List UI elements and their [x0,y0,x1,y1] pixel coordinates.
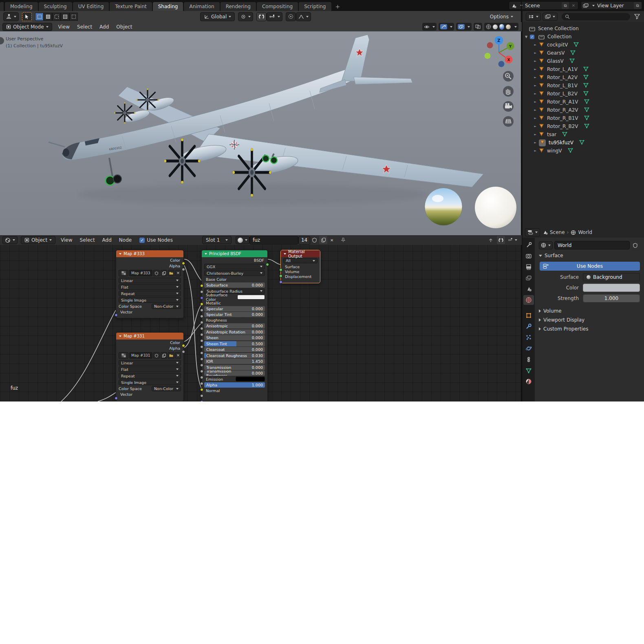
socket-bsdf-out[interactable] [266,263,269,266]
principled-row-transmission[interactable]: Transmission0.000 [204,365,265,370]
select-mode-box[interactable] [44,13,52,21]
socket-color-out[interactable] [182,344,185,347]
breadcrumb-scene[interactable]: Scene [550,229,565,235]
properties-tab-scene-icon[interactable] [523,284,534,294]
distribution-select[interactable]: GGX [204,264,265,269]
editor-type-dropdown[interactable] [2,236,18,244]
workspace-tab-modeling[interactable]: Modeling [5,2,38,11]
viewport-menu-add[interactable]: Add [96,22,112,31]
socket-surface-in[interactable] [279,268,282,271]
proportional-falloff-dropdown[interactable] [296,12,311,21]
socket-subsurface[interactable] [200,290,203,293]
socket-sheen-tint[interactable] [200,351,203,355]
principled-row-specular[interactable]: Specular0.000 [204,306,265,311]
select-mode-extend[interactable] [69,13,78,21]
workspace-tab-partial[interactable] [0,2,4,11]
material-user-count[interactable]: 14 [298,236,310,245]
workspace-tab-shading[interactable]: Shading [153,2,183,11]
scene-selector[interactable]: Scene ⧉ ✕ [509,1,578,10]
socket-color-out[interactable] [182,262,185,265]
viewport-menu-view[interactable]: View [55,22,73,31]
scene-name[interactable]: Scene [523,3,562,9]
material-browse-dropdown[interactable] [236,236,249,244]
unlink-material-icon[interactable]: ✕ [328,236,335,244]
breadcrumb-world[interactable]: World [578,229,592,235]
properties-tab-physics-icon[interactable] [523,344,534,353]
workspace-tab-uv-editing[interactable]: UV Editing [73,2,109,11]
node-map-333[interactable]: Map #333ColorAlphaMap #333✕LinearFlatRep… [116,250,184,318]
outliner-item-tsar[interactable]: ►tsar [523,130,567,139]
select-mode-lasso[interactable] [61,13,69,21]
editor-divider[interactable] [521,0,522,401]
properties-display-dropdown[interactable] [525,228,540,236]
socket-subsurface-radius[interactable] [200,296,203,300]
outliner-display-mode-dropdown[interactable] [526,13,541,21]
delete-scene-icon[interactable]: ✕ [570,2,577,9]
snap-toggle[interactable] [256,12,267,21]
strength-slider[interactable]: 1.000 [583,294,640,302]
properties-tab-object-icon[interactable] [523,311,534,320]
source-select[interactable]: Single Image [119,297,181,303]
parent-node-tree-icon[interactable] [487,236,495,244]
principled-row-subsurface-color[interactable]: Subsurface Color [204,295,265,300]
xray-toggle[interactable] [474,23,482,31]
outliner-item-tu95kfuzv[interactable]: ►tu95kfuzV [523,139,584,147]
outliner-item-rotor_l_a1v[interactable]: ►Rotor_L_A1V [523,65,589,73]
outliner[interactable]: Scene Collection▼✓Collection►cockpitV►Ge… [522,22,644,227]
properties-tab-data-icon[interactable] [523,366,534,375]
socket-alpha-out[interactable] [182,268,185,271]
shading-solid-button[interactable] [493,24,498,29]
outliner-item-glassv[interactable]: ►GlassV [523,57,575,65]
socket-alpha-out[interactable] [182,350,185,353]
projection-select[interactable]: Flat [119,284,181,290]
world-browse-dropdown[interactable] [539,241,553,249]
view-layer-selector[interactable]: View Layer ⧉ [581,1,642,10]
principled-row-sheen-tint[interactable]: Sheen Tint0.500 [204,341,265,346]
properties-tab-particles-icon[interactable] [523,333,534,342]
socket-transmission-roughness[interactable] [200,382,203,385]
color-space-select[interactable]: Non-Color [152,386,181,391]
socket-roughness[interactable] [200,327,203,330]
select-mode-circle[interactable] [52,13,61,21]
shader-menu-add[interactable]: Add [99,236,115,245]
outliner-item-rotor_r_b2v[interactable]: ►Rotor_R_B2V [523,122,589,130]
sss-method-select[interactable]: Christensen-Burley [204,270,265,276]
shading-material-button[interactable] [499,24,504,30]
surface-panel-header[interactable]: Surface [535,249,644,258]
world-name-field[interactable]: World [554,241,630,249]
source-select[interactable]: Single Image [119,379,181,385]
outliner-item-rotor_r_a1v[interactable]: ►Rotor_R_A1V [523,98,589,106]
navigation-gizmo[interactable]: Z Y X [480,34,518,71]
color-swatch[interactable] [583,284,640,292]
outliner-search-input[interactable] [562,13,630,20]
socket-clearcoat[interactable] [200,357,203,361]
collection-checkbox[interactable]: ✓ [530,35,534,39]
socket-ior[interactable] [200,370,203,373]
outliner-item-gearsv[interactable]: ►GearsV [523,49,576,57]
workspace-tab-animation[interactable]: Animation [184,2,219,11]
image-browse-dropdown[interactable] [119,270,128,276]
image-fake-user-icon[interactable] [153,352,160,359]
principled-row-subsurface[interactable]: Subsurface0.000 [204,282,265,288]
socket-anisotropic-rotation[interactable] [200,339,203,342]
properties-tab-output-icon[interactable] [523,262,534,272]
outliner-item-rotor_l_b1v[interactable]: ►Rotor_L_B1V [523,82,589,90]
pin-icon[interactable] [340,237,347,244]
aircraft-model[interactable]: 6800302 [0,31,522,235]
principled-row-sheen[interactable]: Sheen0.000 [204,335,265,340]
viewport-menu-object[interactable]: Object [112,22,136,31]
outliner-collection[interactable]: ▼✓Collection [523,33,571,41]
node-map-331[interactable]: Map #331ColorAlphaMap #331✕LinearFlatRep… [116,332,184,401]
socket-displacement-in[interactable] [279,280,282,284]
proportional-edit-toggle[interactable] [286,12,296,21]
color-space-select[interactable]: Non-Color [152,304,181,309]
output-target-select[interactable]: All [283,258,318,263]
color-swatch[interactable] [236,377,265,382]
workspace-tab-compositing[interactable]: Compositing [257,2,298,11]
viewport-menu-select[interactable]: Select [73,22,96,31]
socket-transmission[interactable] [200,376,203,379]
material-name-field[interactable]: fuz [249,236,298,245]
principled-row-alpha[interactable]: Alpha1.000 [204,382,265,388]
color-swatch[interactable] [237,295,265,300]
socket-clearcoat-roughness[interactable] [200,364,203,367]
